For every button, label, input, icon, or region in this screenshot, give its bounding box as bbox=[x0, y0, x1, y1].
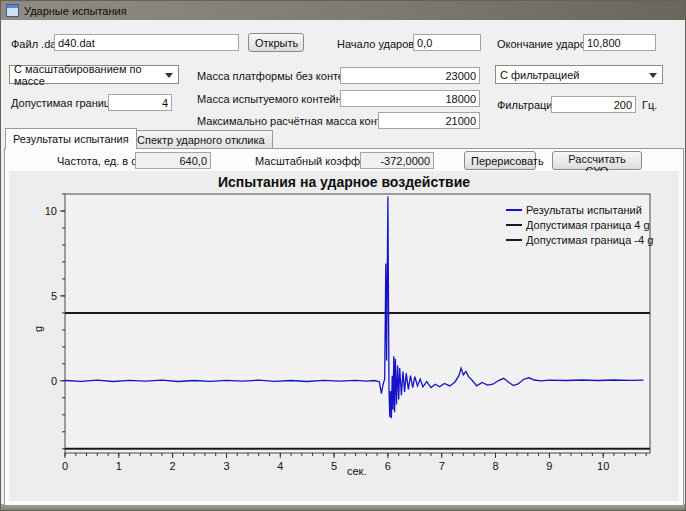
svg-text:0: 0 bbox=[51, 375, 57, 387]
limit-input[interactable] bbox=[108, 94, 172, 111]
svg-text:6: 6 bbox=[385, 460, 391, 472]
tab-results-label: Результаты испытания bbox=[13, 133, 129, 145]
svg-text:1: 1 bbox=[116, 460, 122, 472]
max-mass-input[interactable] bbox=[378, 112, 480, 129]
results-tab-panel: Частота, ед. в сек. Масштабный коэффицие… bbox=[4, 148, 684, 506]
platform-mass-input[interactable] bbox=[340, 67, 480, 84]
app-window: Ударные испытания Файл .dat Открыть Нача… bbox=[0, 0, 686, 511]
title-bar[interactable]: Ударные испытания bbox=[1, 1, 685, 20]
svg-text:8: 8 bbox=[492, 460, 498, 472]
filtration-input[interactable] bbox=[551, 96, 636, 113]
x-axis-label: сек. bbox=[347, 465, 367, 477]
y-axis-label: g bbox=[32, 326, 44, 332]
filtration-unit-label: Гц. bbox=[642, 99, 657, 111]
open-button[interactable]: Открыть bbox=[248, 33, 304, 52]
shock-test-chart: Испытания на ударное воздействие 0123456… bbox=[9, 171, 679, 501]
svg-text:4: 4 bbox=[277, 460, 283, 472]
legend-label: Допустимая граница -4 g bbox=[526, 234, 653, 246]
redraw-button[interactable]: Перерисовать bbox=[464, 151, 536, 170]
legend-label: Результаты испытаний bbox=[526, 204, 642, 216]
svg-text:2: 2 bbox=[170, 460, 176, 472]
end-input[interactable] bbox=[583, 34, 656, 51]
app-icon bbox=[6, 4, 19, 17]
chevron-down-icon bbox=[165, 73, 173, 78]
start-input[interactable] bbox=[413, 34, 481, 51]
frequency-field[interactable] bbox=[135, 152, 211, 169]
scaling-combobox-value: С масштабированием по массе bbox=[14, 63, 162, 87]
filtration-label: Фильтрация bbox=[497, 99, 558, 111]
svg-text:9: 9 bbox=[546, 460, 552, 472]
svg-text:10: 10 bbox=[597, 460, 609, 472]
filtering-combobox[interactable]: С фильтрацией bbox=[495, 65, 663, 84]
legend-line-swatch-black bbox=[506, 239, 522, 241]
legend-item-series: Результаты испытаний bbox=[506, 202, 653, 217]
chart-legend: Результаты испытаний Допустимая граница … bbox=[506, 202, 653, 247]
file-input[interactable] bbox=[54, 34, 239, 51]
file-label: Файл .dat bbox=[11, 38, 59, 50]
legend-line-swatch-black bbox=[506, 224, 522, 226]
svg-text:10: 10 bbox=[45, 205, 57, 217]
svg-text:3: 3 bbox=[223, 460, 229, 472]
svg-text:7: 7 bbox=[439, 460, 445, 472]
tab-results[interactable]: Результаты испытания bbox=[5, 128, 137, 149]
calc-suo-button[interactable]: Рассчитать СУО bbox=[552, 151, 642, 170]
legend-item-lower-limit: Допустимая граница -4 g bbox=[506, 232, 653, 247]
svg-text:5: 5 bbox=[331, 460, 337, 472]
legend-label: Допустимая граница 4 g bbox=[526, 219, 650, 231]
svg-text:5: 5 bbox=[51, 290, 57, 302]
scale-coefficient-field[interactable] bbox=[360, 152, 434, 169]
tab-shock-spectrum[interactable]: Спектр ударного отклика bbox=[129, 130, 273, 149]
container-mass-input[interactable] bbox=[340, 90, 480, 107]
legend-line-swatch-blue bbox=[506, 209, 522, 211]
scaling-combobox[interactable]: С масштабированием по массе bbox=[9, 65, 179, 84]
window-title: Ударные испытания bbox=[24, 5, 127, 17]
filtering-combobox-value: С фильтрацией bbox=[500, 69, 579, 81]
chevron-down-icon bbox=[649, 73, 657, 78]
svg-text:0: 0 bbox=[62, 460, 68, 472]
tab-shock-spectrum-label: Спектр ударного отклика bbox=[137, 134, 265, 146]
legend-item-upper-limit: Допустимая граница 4 g bbox=[506, 217, 653, 232]
